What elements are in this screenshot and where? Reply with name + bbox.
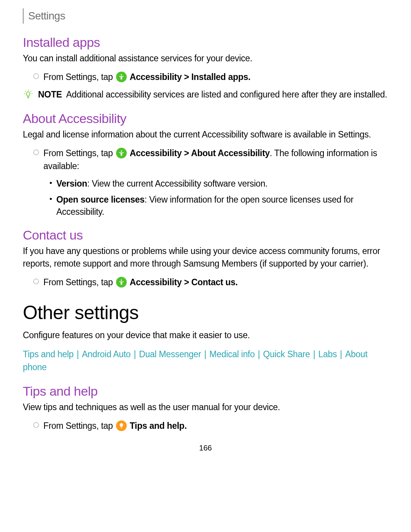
note-installed-apps: NOTE Additional accessibility services a… <box>23 88 388 101</box>
step-prefix: From Settings, tap <box>43 72 113 82</box>
link-labs[interactable]: Labs <box>318 349 337 359</box>
link-android-auto[interactable]: Android Auto <box>82 349 131 359</box>
svg-line-3 <box>30 91 31 91</box>
link-separator: | <box>131 349 138 359</box>
period: . <box>185 421 187 431</box>
link-medical-info[interactable]: Medical info <box>209 349 255 359</box>
sub-list-about: Version: View the current Accessibility … <box>23 177 388 218</box>
header-rule <box>23 8 24 24</box>
link-line-other-settings: Tips and help | Android Auto | Dual Mess… <box>23 348 388 374</box>
accessibility-icon <box>116 277 127 288</box>
svg-point-8 <box>121 150 122 152</box>
accessibility-icon <box>116 72 127 82</box>
step-item: From Settings, tap Accessibility > Insta… <box>23 70 388 84</box>
body-other-settings: Configure features on your device that m… <box>23 329 388 341</box>
step-path: Accessibility > Installed apps <box>130 72 248 82</box>
step-text: From Settings, tap Tips and help. <box>43 419 388 433</box>
note-label: NOTE <box>38 89 62 99</box>
period: . <box>248 72 250 82</box>
step-path: Tips and help <box>130 421 185 431</box>
body-about-accessibility: Legal and license information about the … <box>23 128 388 141</box>
step-list-contact: From Settings, tap Accessibility > Conta… <box>23 276 388 289</box>
period: . <box>236 277 238 287</box>
heading-contact-us: Contact us <box>23 228 388 243</box>
dotted-circle-bullet-icon <box>33 422 39 428</box>
link-tips-and-help[interactable]: Tips and help <box>23 349 73 359</box>
step-list-about: From Settings, tap Accessibility > About… <box>23 147 388 173</box>
note-body: Additional accessibility services are li… <box>66 89 387 99</box>
step-item: From Settings, tap Accessibility > About… <box>23 147 388 173</box>
svg-rect-11 <box>121 428 122 428</box>
step-item: From Settings, tap Accessibility > Conta… <box>23 276 388 289</box>
heading-about-accessibility: About Accessibility <box>23 111 388 126</box>
sub-item-label: Open source licenses <box>56 195 145 204</box>
sub-item: Open source licenses: View information f… <box>49 193 388 218</box>
step-path: Accessibility > Contact us <box>130 277 236 287</box>
accessibility-icon <box>116 148 127 158</box>
header-title: Settings <box>28 10 65 22</box>
step-text: From Settings, tap Accessibility > Insta… <box>43 70 388 84</box>
dotted-circle-bullet-icon <box>33 73 39 79</box>
sub-item-label: Version <box>56 179 87 189</box>
heading-installed-apps: Installed apps <box>23 35 388 50</box>
sub-item: Version: View the current Accessibility … <box>49 177 388 190</box>
heading-tips-and-help: Tips and help <box>23 384 388 399</box>
svg-point-9 <box>121 280 122 281</box>
link-quick-share[interactable]: Quick Share <box>263 349 310 359</box>
step-prefix: From Settings, tap <box>43 148 113 158</box>
link-separator: | <box>311 349 318 359</box>
page-header: Settings <box>23 8 388 24</box>
note-icon-cell <box>23 88 38 101</box>
tips-icon <box>116 420 127 431</box>
note-text: NOTE Additional accessibility services a… <box>38 88 388 101</box>
step-list-tips: From Settings, tap Tips and help. <box>23 419 388 433</box>
document-page: Settings Installed apps You can install … <box>0 0 411 464</box>
svg-rect-10 <box>121 427 122 428</box>
step-prefix: From Settings, tap <box>43 277 113 287</box>
sub-item-desc: : View the current Accessibility softwar… <box>87 179 268 189</box>
step-item: From Settings, tap Tips and help. <box>23 419 388 433</box>
link-separator: | <box>74 349 81 359</box>
svg-point-0 <box>121 74 122 75</box>
body-tips-and-help: View tips and techniques as well as the … <box>23 401 388 413</box>
body-contact-us: If you have any questions or problems wh… <box>23 245 388 269</box>
dotted-circle-bullet-icon <box>33 150 39 155</box>
link-separator: | <box>202 349 209 359</box>
lightbulb-icon <box>23 89 33 101</box>
heading-other-settings: Other settings <box>23 302 388 324</box>
step-list-installed-apps: From Settings, tap Accessibility > Insta… <box>23 70 388 84</box>
svg-line-2 <box>25 91 26 91</box>
dotted-circle-bullet-icon <box>33 279 39 284</box>
step-text: From Settings, tap Accessibility > Conta… <box>43 276 388 289</box>
step-prefix: From Settings, tap <box>43 421 113 431</box>
link-dual-messenger[interactable]: Dual Messenger <box>139 349 201 359</box>
step-path: Accessibility > About Accessibility <box>130 148 270 158</box>
step-text: From Settings, tap Accessibility > About… <box>43 147 388 173</box>
page-number: 166 <box>23 444 388 452</box>
link-separator: | <box>255 349 262 359</box>
body-installed-apps: You can install additional assistance se… <box>23 52 388 64</box>
link-separator: | <box>338 349 344 359</box>
